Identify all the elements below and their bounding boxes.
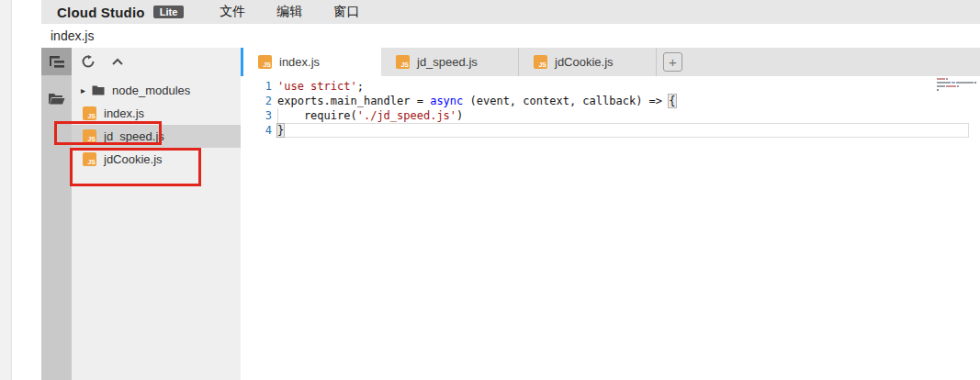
title-bar: index.js (41, 24, 980, 48)
refresh-icon (82, 55, 95, 68)
menu-window[interactable]: 窗口 (318, 4, 375, 20)
tab-jd-speed-js[interactable]: JSjd_speed.js (381, 48, 519, 76)
tree-item-index-js[interactable]: JSindex.js (72, 102, 241, 125)
code-token: async (430, 95, 463, 107)
file-tree: ▸node_modulesJSindex.jsJSjd_speed.jsJSjd… (72, 75, 241, 171)
code-line[interactable]: 1'use strict'; (241, 79, 980, 94)
activity-bar (41, 48, 72, 380)
code-editor[interactable]: 1'use strict';2exports.main_handler = as… (241, 76, 980, 380)
tab-index-js[interactable]: JSindex.js (241, 48, 381, 76)
code-token: 'use strict' (277, 80, 357, 93)
explorer-toolbar (72, 48, 241, 75)
code-text: exports.main_handler = async (event, con… (277, 94, 676, 108)
matched-bracket: } (277, 124, 284, 137)
js-file-icon: JS (396, 55, 410, 69)
activity-item-files[interactable] (41, 86, 72, 110)
chevron-right-icon: ▸ (81, 86, 90, 95)
tree-item-node-modules[interactable]: ▸node_modules (72, 79, 241, 102)
menu-bar: Cloud Studio Lite 文件编辑窗口 (41, 0, 980, 24)
line-number[interactable]: 1 (241, 79, 272, 94)
app-logo: Cloud Studio (57, 5, 145, 20)
tab-jdcookie-js[interactable]: JSjdCookie.js (519, 48, 657, 76)
chevron-up-icon (112, 58, 123, 65)
collapse-all-button[interactable] (112, 58, 123, 65)
tab-label: jd_speed.js (417, 55, 478, 69)
code-line[interactable]: 2exports.main_handler = async (event, co… (241, 94, 980, 108)
code-token: './jd_speed.js' (357, 109, 456, 122)
folder-open-icon (48, 92, 65, 106)
code-token: require( (277, 109, 357, 122)
activity-item-outline[interactable] (41, 48, 72, 75)
folder-icon (92, 85, 105, 95)
tab-label: jdCookie.js (555, 55, 614, 69)
tab-label: index.js (279, 55, 320, 69)
code-line[interactable]: 3 require('./jd_speed.js') (241, 108, 980, 123)
plus-icon: + (669, 55, 677, 69)
editor-tab-bar: JSindex.jsJSjd_speed.jsJSjdCookie.js+ (241, 48, 980, 76)
menu-file[interactable]: 文件 (204, 4, 261, 20)
code-text: 'use strict'; (277, 79, 364, 94)
tree-item-jdcookie-js[interactable]: JSjdCookie.js (72, 148, 241, 171)
line-number[interactable]: 3 (241, 108, 272, 123)
js-file-icon: JS (83, 106, 96, 120)
code-token: exports.main_handler = (277, 95, 430, 107)
tree-item-label: index.js (104, 106, 144, 120)
line-number[interactable]: 2 (241, 94, 272, 108)
js-file-icon: JS (534, 55, 547, 69)
line-number[interactable]: 4 (241, 123, 272, 138)
left-gutter-strip (0, 0, 12, 380)
menu-list: 文件编辑窗口 (204, 4, 375, 20)
code-token: ) (456, 109, 463, 122)
tree-structure-icon (49, 55, 65, 69)
code-token: ; (357, 80, 364, 93)
js-file-icon: JS (83, 152, 96, 166)
tree-item-label: jdCookie.js (104, 152, 163, 166)
tree-item-jd-speed-js[interactable]: JSjd_speed.js (72, 125, 241, 148)
code-text: } (277, 123, 284, 138)
open-file-path: index.js (51, 28, 94, 43)
lite-badge: Lite (153, 6, 185, 18)
menu-edit[interactable]: 编辑 (261, 4, 318, 20)
cloud-studio-window: Cloud Studio Lite 文件编辑窗口 index.js (0, 0, 980, 380)
matched-bracket: { (669, 95, 675, 107)
code-token: (event, context, callback) => (463, 95, 669, 107)
code-line[interactable]: 4} (241, 123, 980, 138)
js-file-icon: JS (83, 129, 96, 143)
tree-item-label: node_modules (112, 84, 190, 97)
js-file-icon: JS (258, 55, 272, 69)
new-tab-button[interactable]: + (663, 52, 682, 72)
file-explorer-panel: ▸node_modulesJSindex.jsJSjd_speed.jsJSjd… (72, 48, 241, 380)
refresh-button[interactable] (82, 55, 95, 68)
code-text: require('./jd_speed.js') (277, 108, 463, 123)
code-lines: 1'use strict';2exports.main_handler = as… (241, 76, 980, 138)
tree-item-label: jd_speed.js (104, 129, 164, 143)
